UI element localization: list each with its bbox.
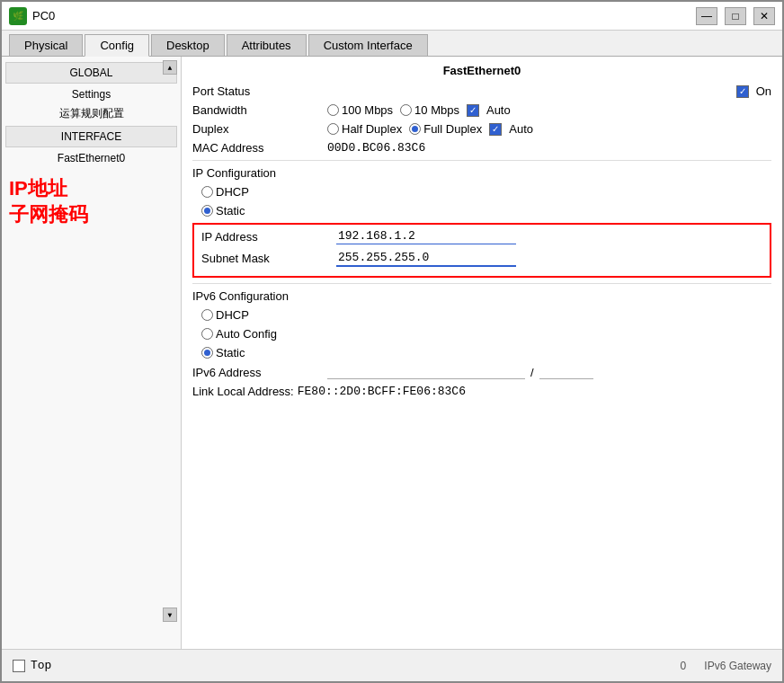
port-status-row: Port Status ✓ On — [192, 84, 771, 98]
sidebar-item-yunsuanpeizhi[interactable]: 运算规则配置 — [5, 103, 177, 124]
bandwidth-100mbps-radio[interactable] — [327, 104, 339, 116]
subnet-mask-input[interactable] — [336, 250, 516, 267]
close-button[interactable]: ✕ — [753, 7, 775, 25]
main-window: 🌿 PC0 — □ ✕ Physical Config Desktop Attr… — [0, 0, 784, 683]
sidebar-item-global[interactable]: GLOBAL — [5, 62, 177, 84]
ip-dhcp-row: DHCP — [201, 185, 771, 199]
bandwidth-auto-label: Auto — [486, 103, 511, 117]
ipv6-dhcp-label: DHCP — [216, 308, 249, 322]
separator-1 — [192, 160, 771, 161]
ipv6-static-label: Static — [216, 346, 245, 359]
main-content: ▲ GLOBAL Settings 运算规则配置 INTERFACE FastE… — [2, 57, 782, 649]
ipv6-dhcp-option[interactable]: DHCP — [201, 308, 249, 322]
bandwidth-auto-checkbox[interactable]: ✓ — [467, 104, 479, 117]
ip-static-radio[interactable] — [201, 205, 213, 217]
ipv6-address-input[interactable] — [327, 365, 525, 379]
link-local-row: Link Local Address: FE80::2D0:BCFF:FE06:… — [192, 385, 771, 398]
bandwidth-label: Bandwidth — [192, 103, 327, 117]
tab-config[interactable]: Config — [85, 34, 149, 57]
duplex-auto-checkbox[interactable]: ✓ — [489, 123, 502, 136]
ip-config-title-row: IP Configuration — [192, 166, 771, 180]
duplex-row: Duplex Half Duplex Full Duplex ✓ Auto — [192, 122, 771, 136]
footer-ipv6-gateway: IPv6 Gateway — [704, 660, 771, 672]
ipv6-dhcp-row: DHCP — [201, 308, 771, 322]
top-checkbox[interactable] — [13, 660, 25, 672]
link-local-label: Link Local Address: — [192, 385, 294, 398]
footer-bar: Top 0 IPv6 Gateway — [2, 649, 782, 681]
port-status-on-label: On — [756, 84, 771, 98]
duplex-full-option[interactable]: Full Duplex — [409, 122, 482, 136]
ip-address-label: IP Address — [201, 230, 336, 244]
window-controls: — □ ✕ — [696, 7, 775, 25]
minimize-button[interactable]: — — [696, 7, 717, 25]
ip-dhcp-label: DHCP — [216, 185, 249, 199]
mac-address-row: MAC Address 00D0.BC06.83C6 — [192, 141, 771, 155]
duplex-label: Duplex — [192, 122, 327, 136]
port-status-checkbox[interactable]: ✓ — [736, 85, 749, 98]
tab-bar: Physical Config Desktop Attributes Custo… — [2, 31, 782, 57]
tab-desktop[interactable]: Desktop — [151, 34, 225, 56]
ipv6-static-option[interactable]: Static — [201, 346, 245, 359]
subnet-mask-label: Subnet Mask — [201, 252, 336, 265]
ip-dhcp-radio[interactable] — [201, 186, 213, 198]
duplex-full-label: Full Duplex — [423, 122, 482, 136]
tab-custom-interface[interactable]: Custom Interface — [308, 34, 428, 56]
ipv6-auto-config-label: Auto Config — [216, 327, 277, 341]
scroll-down-button[interactable]: ▼ — [163, 608, 177, 622]
duplex-half-radio[interactable] — [327, 123, 339, 135]
port-status-label: Port Status — [192, 84, 327, 98]
bandwidth-10mbps-label: 10 Mbps — [414, 103, 459, 117]
sidebar-item-settings[interactable]: Settings — [5, 85, 177, 103]
link-local-value: FE80::2D0:BCFF:FE06:83C6 — [298, 385, 466, 398]
ipv6-config-title: IPv6 Configuration — [192, 289, 289, 303]
maximize-button[interactable]: □ — [725, 7, 746, 25]
panel-section-title: FastEthernet0 — [192, 64, 771, 77]
duplex-half-label: Half Duplex — [342, 122, 402, 136]
ipv6-dhcp-radio[interactable] — [201, 309, 213, 321]
tab-attributes[interactable]: Attributes — [227, 34, 307, 56]
bandwidth-row: Bandwidth 100 Mbps 10 Mbps ✓ Auto — [192, 103, 771, 117]
footer-left: Top — [13, 659, 51, 672]
bandwidth-10mbps-radio[interactable] — [400, 104, 412, 116]
bandwidth-100mbps-label: 100 Mbps — [342, 103, 393, 117]
duplex-full-radio[interactable] — [409, 123, 421, 135]
window-title: PC0 — [32, 9, 55, 22]
ipv6-slash: / — [530, 366, 534, 379]
ipv6-static-row: Static — [201, 346, 771, 359]
ip-static-option[interactable]: Static — [201, 204, 245, 217]
ip-address-row: IP Address — [201, 228, 762, 244]
tab-physical[interactable]: Physical — [9, 34, 83, 56]
ipv6-config-title-row: IPv6 Configuration — [192, 289, 771, 303]
footer-counter: 0 — [681, 660, 687, 672]
duplex-auto-label: Auto — [509, 122, 533, 136]
bandwidth-100mbps-option[interactable]: 100 Mbps — [327, 103, 393, 117]
ipv6-auto-config-radio[interactable] — [201, 328, 213, 340]
sidebar: ▲ GLOBAL Settings 运算规则配置 INTERFACE FastE… — [2, 57, 182, 649]
ipv6-static-radio[interactable] — [201, 347, 213, 359]
duplex-half-option[interactable]: Half Duplex — [327, 122, 402, 136]
sidebar-item-fastethernet[interactable]: FastEthernet0 — [5, 149, 177, 167]
top-label: Top — [31, 659, 51, 672]
title-bar: 🌿 PC0 — □ ✕ — [2, 2, 782, 31]
annotation-text: IP地址子网掩码 — [5, 176, 177, 227]
ipv6-address-label: IPv6 Address — [192, 366, 327, 379]
ip-dhcp-option[interactable]: DHCP — [201, 185, 249, 199]
ipv6-address-row: IPv6 Address / — [192, 365, 771, 379]
app-icon: 🌿 — [9, 7, 27, 25]
subnet-mask-row: Subnet Mask — [201, 250, 762, 267]
ipv6-auto-config-row: Auto Config — [201, 327, 771, 341]
ipv6-auto-config-option[interactable]: Auto Config — [201, 327, 277, 341]
ip-static-label: Static — [216, 204, 245, 217]
bandwidth-10mbps-option[interactable]: 10 Mbps — [400, 103, 459, 117]
mac-address-value: 00D0.BC06.83C6 — [327, 141, 425, 155]
ip-address-input[interactable] — [336, 228, 516, 244]
sidebar-item-interface[interactable]: INTERFACE — [5, 126, 177, 147]
ipv6-prefix-input[interactable] — [539, 365, 593, 379]
scroll-up-button[interactable]: ▲ — [163, 60, 177, 75]
mac-address-label: MAC Address — [192, 141, 327, 155]
separator-2 — [192, 283, 771, 284]
ip-static-row: Static — [201, 204, 771, 217]
ip-config-title: IP Configuration — [192, 166, 276, 180]
footer-right: 0 IPv6 Gateway — [681, 660, 771, 672]
right-panel: FastEthernet0 Port Status ✓ On Bandwidth… — [182, 57, 782, 649]
